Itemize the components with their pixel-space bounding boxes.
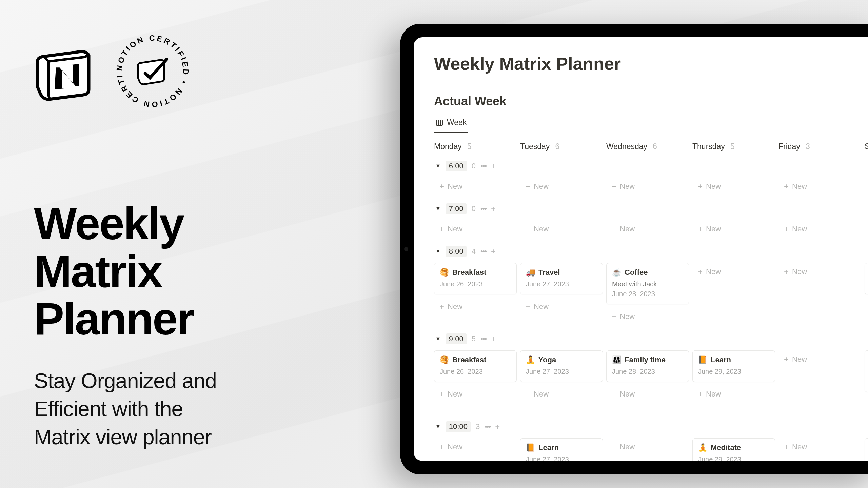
task-card[interactable]: ☕CJuly bbox=[865, 263, 868, 294]
new-task-button[interactable]: +New bbox=[520, 298, 603, 316]
page-title: Weekly Matrix Planner bbox=[434, 54, 868, 74]
new-task-button[interactable]: +New bbox=[520, 385, 603, 403]
day-name: Monday bbox=[434, 142, 462, 151]
day-header[interactable]: Satu bbox=[865, 142, 868, 151]
task-card[interactable]: 🚚TravelJune 27, 2023 bbox=[520, 263, 603, 294]
new-task-button[interactable]: +New bbox=[606, 438, 689, 456]
plus-icon: + bbox=[526, 182, 530, 191]
task-title: Learn bbox=[538, 443, 559, 452]
time-label: 9:00 bbox=[446, 333, 467, 344]
task-card[interactable]: 🧘MeditateJune 29, 2023 bbox=[692, 438, 775, 461]
tablet-camera bbox=[404, 247, 408, 251]
new-task-button[interactable]: +New bbox=[434, 220, 517, 238]
day-header[interactable]: Tuesday6 bbox=[520, 142, 603, 151]
task-title: Breakfast bbox=[452, 355, 486, 364]
time-row-header: ▼ 7:00 0 ••• + bbox=[434, 199, 868, 220]
new-task-button[interactable]: +New bbox=[606, 385, 689, 403]
new-task-button[interactable]: +New bbox=[434, 438, 517, 456]
new-label: New bbox=[534, 302, 549, 311]
new-label: New bbox=[792, 267, 807, 276]
day-count: 3 bbox=[806, 142, 810, 151]
collapse-icon[interactable]: ▼ bbox=[435, 163, 441, 169]
new-task-button[interactable]: +Ne bbox=[865, 220, 868, 238]
new-task-button[interactable]: +New bbox=[692, 220, 775, 238]
new-label: New bbox=[448, 182, 462, 191]
new-task-button[interactable]: +New bbox=[520, 220, 603, 238]
new-task-button[interactable]: +New bbox=[778, 350, 861, 368]
new-task-button[interactable]: +New bbox=[434, 178, 517, 195]
task-title: Yoga bbox=[538, 355, 556, 364]
new-task-button[interactable]: +Ne bbox=[865, 298, 868, 316]
new-task-button[interactable]: +New bbox=[434, 298, 517, 316]
new-task-button[interactable]: +New bbox=[606, 220, 689, 238]
task-date: June 27, 2023 bbox=[526, 455, 597, 461]
new-task-button[interactable]: +New bbox=[606, 308, 689, 325]
add-row-button[interactable]: + bbox=[491, 334, 496, 344]
time-count: 4 bbox=[472, 247, 476, 256]
day-header[interactable]: Friday3 bbox=[778, 142, 861, 151]
day-header[interactable]: Wednesday6 bbox=[606, 142, 689, 151]
collapse-icon[interactable]: ▼ bbox=[435, 424, 441, 430]
hero-subtitle: Stay Organized and Efficient with the Ma… bbox=[34, 367, 373, 451]
hero-title: Weekly Matrix Planner bbox=[34, 200, 373, 343]
new-task-button[interactable]: +New bbox=[778, 178, 861, 195]
new-label: New bbox=[706, 225, 721, 233]
time-row-header: ▼ 9:00 5 ••• + bbox=[434, 329, 868, 350]
plus-icon: + bbox=[526, 224, 530, 234]
add-row-button[interactable]: + bbox=[491, 247, 496, 256]
add-row-button[interactable]: + bbox=[491, 161, 496, 171]
day-header[interactable]: Thursday5 bbox=[692, 142, 775, 151]
new-task-button[interactable]: +New bbox=[778, 438, 861, 456]
new-task-button[interactable]: +New bbox=[606, 178, 689, 195]
collapse-icon[interactable]: ▼ bbox=[435, 206, 441, 212]
tab-week[interactable]: Week bbox=[434, 118, 468, 133]
new-task-button[interactable]: +Ne bbox=[865, 178, 868, 195]
task-card[interactable]: 🥞BreakfastJune 26, 2023 bbox=[434, 350, 517, 382]
more-icon[interactable]: ••• bbox=[480, 162, 486, 170]
task-card[interactable]: 📙L📋 InJuly bbox=[865, 350, 868, 392]
task-icon: 📙 bbox=[526, 443, 535, 452]
new-task-button[interactable]: +New bbox=[520, 178, 603, 195]
new-label: New bbox=[534, 225, 549, 233]
task-card[interactable]: 📙EJuly bbox=[865, 438, 868, 461]
more-icon[interactable]: ••• bbox=[480, 334, 486, 343]
new-task-button[interactable]: +New bbox=[692, 385, 775, 403]
logos-row: NOTION CERTIFIED • NOTION CERTIFIED • bbox=[34, 34, 373, 108]
plus-icon: + bbox=[439, 182, 444, 191]
task-card[interactable]: 🥞BreakfastJune 26, 2023 bbox=[434, 263, 517, 294]
task-title: Travel bbox=[538, 268, 560, 277]
task-card[interactable]: 📙LearnJune 29, 2023 bbox=[692, 350, 775, 382]
plus-icon: + bbox=[526, 302, 530, 311]
more-icon[interactable]: ••• bbox=[480, 204, 486, 213]
time-label: 7:00 bbox=[446, 203, 467, 214]
new-task-button[interactable]: +New bbox=[434, 385, 517, 403]
task-icon: 🚚 bbox=[526, 268, 535, 277]
day-header[interactable]: Monday5 bbox=[434, 142, 517, 151]
task-card[interactable]: 👨‍👩‍👧Family timeJune 28, 2023 bbox=[606, 350, 689, 382]
new-label: New bbox=[448, 443, 462, 451]
new-label: New bbox=[620, 443, 635, 451]
task-title: Meditate bbox=[711, 443, 741, 452]
new-task-button[interactable]: +Ne bbox=[865, 395, 868, 413]
add-row-button[interactable]: + bbox=[491, 204, 496, 214]
time-row-header: ▼ 6:00 0 ••• + bbox=[434, 156, 868, 178]
task-card[interactable]: ☕CoffeeMeet with JackJune 28, 2023 bbox=[606, 263, 689, 304]
day-name: Friday bbox=[778, 142, 800, 151]
certified-badge: NOTION CERTIFIED • NOTION CERTIFIED • bbox=[115, 34, 190, 108]
new-task-button[interactable]: +New bbox=[692, 178, 775, 195]
day-name: Thursday bbox=[692, 142, 725, 151]
task-card[interactable]: 🧘YogaJune 27, 2023 bbox=[520, 350, 603, 382]
more-icon[interactable]: ••• bbox=[485, 422, 490, 431]
add-row-button[interactable]: + bbox=[495, 422, 500, 431]
time-count: 0 bbox=[472, 162, 476, 170]
plus-icon: + bbox=[612, 442, 616, 452]
task-icon: 🥞 bbox=[440, 268, 449, 277]
new-task-button[interactable]: +New bbox=[778, 263, 861, 281]
collapse-icon[interactable]: ▼ bbox=[435, 336, 441, 342]
new-task-button[interactable]: +New bbox=[692, 263, 775, 281]
task-card[interactable]: 📙LearnJune 27, 2023 bbox=[520, 438, 603, 461]
new-task-button[interactable]: +New bbox=[778, 220, 861, 238]
collapse-icon[interactable]: ▼ bbox=[435, 248, 441, 255]
time-count: 3 bbox=[476, 422, 480, 431]
more-icon[interactable]: ••• bbox=[480, 247, 486, 256]
